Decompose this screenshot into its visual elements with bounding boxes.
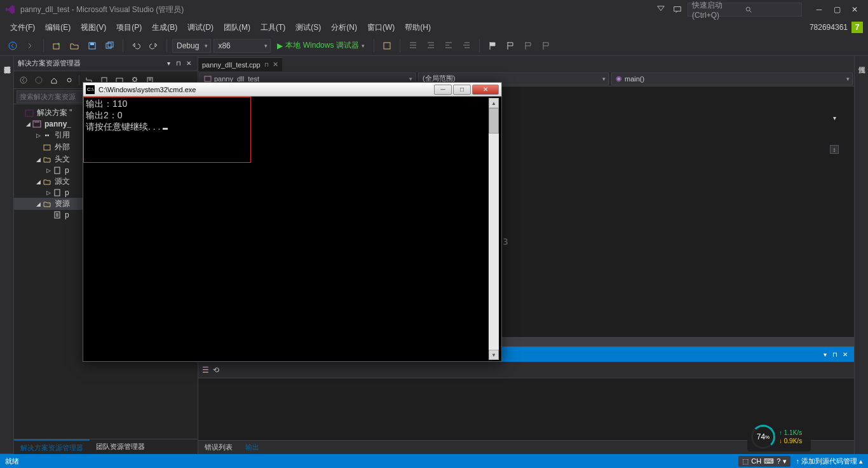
expand-code-button[interactable]: ↕	[830, 145, 839, 154]
toolbar-flag-3[interactable]	[520, 38, 536, 53]
vtab-server-explorer[interactable]: 服务器资源管理器	[1, 56, 13, 454]
output-dropdown-icon[interactable]: ▾	[820, 349, 830, 359]
minimize-button[interactable]: ─	[811, 3, 827, 16]
svg-rect-14	[25, 110, 33, 116]
expand-icon[interactable]: ◢	[34, 201, 42, 207]
save-all-button[interactable]	[102, 38, 118, 53]
menu-help[interactable]: 帮助(H)	[400, 20, 436, 36]
nav-forward-button[interactable]	[23, 38, 38, 53]
toolbar-flag-4[interactable]	[538, 38, 553, 53]
menu-project[interactable]: 项目(P)	[111, 20, 147, 36]
output-close-icon[interactable]: ✕	[840, 349, 850, 359]
console-minimize-button[interactable]: ─	[434, 85, 452, 95]
feedback-icon[interactable]	[671, 3, 684, 16]
pt-fwd-icon[interactable]	[32, 73, 46, 87]
toolbar-btn-c[interactable]	[423, 38, 438, 53]
scroll-up-icon[interactable]: ▲	[489, 98, 499, 108]
tab-team-explorer[interactable]: 团队资源管理器	[90, 439, 151, 454]
output-toolbar-btn-2[interactable]: ⟲	[213, 366, 219, 375]
toolbar-flag-1[interactable]	[485, 38, 500, 53]
svg-rect-6	[106, 43, 111, 48]
toolbar-btn-b[interactable]	[405, 38, 421, 53]
external-icon	[42, 143, 52, 152]
new-project-button[interactable]	[49, 38, 64, 53]
search-icon	[745, 6, 797, 13]
pin-icon[interactable]: ⊓	[264, 62, 269, 68]
close-button[interactable]: ✕	[846, 3, 863, 16]
pt-back-icon[interactable]	[17, 73, 31, 87]
console-window[interactable]: C:\ C:\Windows\system32\cmd.exe ─ □ ✕ 输出…	[83, 82, 502, 362]
solution-explorer-title: 解决方案资源管理器	[18, 59, 163, 68]
file-icon	[52, 210, 62, 219]
scroll-down-icon[interactable]: ▼	[489, 350, 499, 360]
panel-dropdown-icon[interactable]: ▾	[163, 59, 173, 69]
expand-icon[interactable]: ◢	[24, 121, 32, 127]
ime-indicator[interactable]: ⬚ CH ⌨ ? ▾	[738, 456, 790, 467]
nav-back-button[interactable]	[5, 38, 20, 53]
vtab-properties[interactable]: 属性	[856, 56, 868, 454]
console-maximize-button[interactable]: □	[453, 85, 471, 95]
run-button[interactable]: ▶ 本地 Windows 调试器 ▾	[273, 40, 368, 51]
menu-debug[interactable]: 调试(D)	[182, 20, 219, 36]
expand-icon[interactable]: ◢	[34, 179, 42, 185]
editor-tab[interactable]: panny_dll_test.cpp ⊓ ✕	[198, 57, 282, 71]
toolbar-btn-a[interactable]	[379, 38, 395, 53]
menu-analyze[interactable]: 分析(N)	[326, 20, 362, 36]
console-scrollbar[interactable]: ▲ ▼	[489, 98, 499, 360]
netspeed-overlay: 74% ↑ 1.1K/s ↓ 0.9K/s	[747, 422, 811, 451]
panel-pin-icon[interactable]: ⊓	[173, 59, 184, 69]
svg-rect-7	[108, 42, 113, 47]
save-button[interactable]	[85, 38, 100, 53]
menu-team[interactable]: 团队(M)	[219, 20, 255, 36]
output-toolbar-btn-1[interactable]: ☰	[202, 366, 209, 375]
menu-test[interactable]: 测试(S)	[290, 20, 326, 36]
account-badge[interactable]: 7	[851, 22, 863, 33]
keyboard-icon: ⌨	[764, 457, 774, 465]
expand-icon[interactable]: ▷	[44, 167, 52, 174]
svg-rect-18	[55, 189, 60, 196]
editor-tabs-dropdown[interactable]: ▾	[830, 113, 839, 122]
tab-output[interactable]: 输出	[239, 441, 266, 454]
menu-tools[interactable]: 工具(T)	[255, 20, 290, 36]
svg-point-9	[20, 77, 27, 83]
svg-rect-5	[90, 43, 94, 45]
vtab-toolbox[interactable]: 工具箱	[0, 56, 1, 454]
tab-close-icon[interactable]: ✕	[273, 60, 278, 69]
menu-edit[interactable]: 编辑(E)	[40, 20, 76, 36]
svg-rect-20	[205, 76, 211, 81]
platform-combo[interactable]: x86	[214, 39, 271, 53]
menu-build[interactable]: 生成(B)	[147, 20, 182, 36]
toolbar-btn-e[interactable]	[459, 38, 474, 53]
toolbar-btn-d[interactable]	[441, 38, 456, 53]
config-combo[interactable]: Debug	[172, 39, 211, 53]
quick-launch-input[interactable]: 快速启动 (Ctrl+Q)	[688, 3, 802, 17]
ime-flag-icon: ⬚	[742, 457, 749, 465]
expand-icon[interactable]: ▷	[34, 132, 42, 139]
open-file-button[interactable]	[67, 38, 82, 53]
source-control-link[interactable]: ↑ 添加到源代码管理 ▴	[796, 457, 863, 466]
svg-rect-0	[674, 7, 681, 11]
tab-error-list[interactable]: 错误列表	[198, 441, 239, 454]
redo-button[interactable]	[146, 38, 161, 53]
account-name[interactable]: 782694361	[810, 23, 848, 32]
solution-icon	[24, 109, 34, 118]
maximize-button[interactable]: ▢	[829, 3, 845, 16]
panel-close-icon[interactable]: ✕	[184, 59, 194, 69]
menu-window[interactable]: 窗口(W)	[362, 20, 400, 36]
menu-file[interactable]: 文件(F)	[5, 20, 40, 36]
cmd-icon: C:\	[86, 85, 95, 94]
pt-sync-icon[interactable]	[62, 73, 76, 87]
tab-solution-explorer[interactable]: 解决方案资源管理器	[14, 439, 90, 454]
function-icon: ◉	[616, 74, 622, 83]
notifications-icon[interactable]	[654, 3, 667, 16]
expand-icon[interactable]: ◢	[34, 156, 42, 163]
nav-function-combo[interactable]: ◉ main()	[611, 72, 853, 85]
toolbar-flag-2[interactable]	[503, 38, 518, 53]
expand-icon[interactable]: ▷	[44, 189, 52, 196]
console-close-button[interactable]: ✕	[472, 85, 499, 95]
pt-home-icon[interactable]	[47, 73, 61, 87]
undo-button[interactable]	[128, 38, 144, 53]
menu-view[interactable]: 视图(V)	[76, 20, 111, 36]
output-pin-icon[interactable]: ⊓	[830, 349, 840, 359]
scroll-thumb[interactable]	[489, 108, 499, 134]
